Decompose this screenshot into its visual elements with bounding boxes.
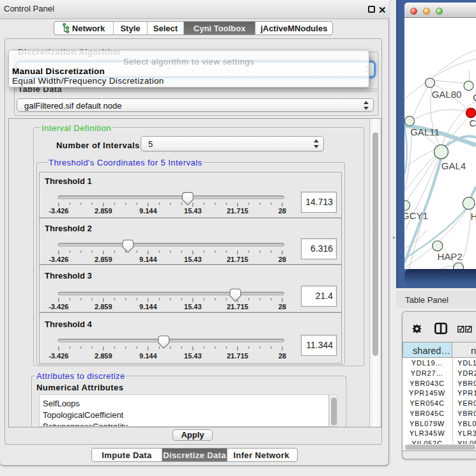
svg-text:2.859: 2.859 bbox=[95, 303, 112, 311]
svg-text:15.43: 15.43 bbox=[184, 303, 202, 311]
svg-text:15.43: 15.43 bbox=[184, 352, 202, 360]
svg-text:-3.426: -3.426 bbox=[49, 207, 68, 215]
svg-text:GAL11: GAL11 bbox=[410, 127, 440, 137]
svg-text:GA: GA bbox=[473, 92, 476, 103]
svg-text:C: C bbox=[470, 118, 476, 128]
svg-text:9.144: 9.144 bbox=[139, 352, 157, 360]
svg-text:HAP2: HAP2 bbox=[437, 251, 462, 262]
svg-text:21.715: 21.715 bbox=[227, 352, 249, 360]
svg-text:GCY1: GCY1 bbox=[404, 210, 428, 221]
svg-text:28: 28 bbox=[279, 256, 286, 263]
svg-text:21.715: 21.715 bbox=[227, 303, 249, 311]
svg-text:21.715: 21.715 bbox=[227, 207, 249, 215]
svg-text:-3.426: -3.426 bbox=[49, 303, 68, 311]
svg-text:GAL4: GAL4 bbox=[441, 160, 466, 171]
svg-text:2.859: 2.859 bbox=[95, 352, 112, 360]
svg-text:-3.426: -3.426 bbox=[49, 256, 68, 263]
svg-text:9.144: 9.144 bbox=[139, 303, 157, 311]
svg-text:21.715: 21.715 bbox=[227, 256, 249, 263]
svg-text:H: H bbox=[471, 211, 476, 222]
svg-text:-3.426: -3.426 bbox=[49, 352, 68, 360]
svg-text:28: 28 bbox=[279, 303, 286, 311]
svg-text:15.43: 15.43 bbox=[184, 207, 202, 215]
svg-text:9.144: 9.144 bbox=[139, 256, 157, 263]
svg-text:28: 28 bbox=[279, 352, 286, 360]
svg-text:28: 28 bbox=[279, 207, 286, 215]
svg-text:GAL80: GAL80 bbox=[432, 89, 462, 100]
svg-text:2.859: 2.859 bbox=[95, 207, 112, 215]
svg-text:2.859: 2.859 bbox=[95, 256, 112, 263]
svg-text:9.144: 9.144 bbox=[139, 207, 157, 215]
svg-text:15.43: 15.43 bbox=[184, 256, 202, 263]
